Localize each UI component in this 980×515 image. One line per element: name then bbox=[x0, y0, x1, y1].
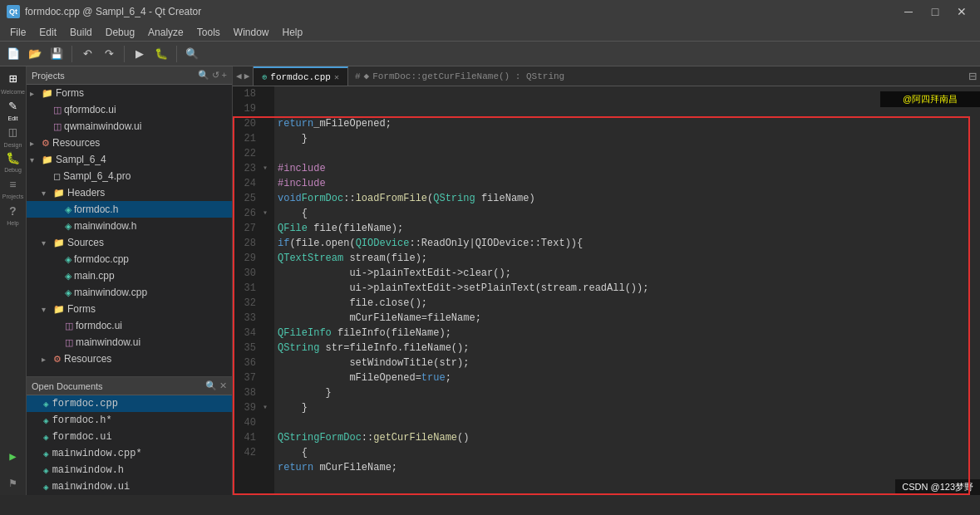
fold-arrow bbox=[263, 370, 274, 385]
tree-item[interactable]: ◫ qformdoc.ui bbox=[27, 101, 232, 118]
menu-tools[interactable]: Tools bbox=[190, 23, 227, 42]
tree-item[interactable]: ◻ Sampl_6_4.pro bbox=[27, 168, 232, 184]
tab-bar: ◀ ▶ ⊕ formdoc.cpp ✕ # ◆ FormDoc::getCurF… bbox=[233, 66, 980, 86]
code-line: #include bbox=[278, 161, 980, 176]
toolbar-new[interactable]: 📄 bbox=[3, 45, 23, 63]
code-line: QFile file(fileName); bbox=[278, 221, 980, 236]
toolbar-open[interactable]: 📂 bbox=[25, 45, 45, 63]
sidebar-projects[interactable]: ≡ Projects bbox=[1, 176, 26, 201]
tree-item[interactable]: ◫ formdoc.ui bbox=[27, 317, 232, 334]
fold-arrow bbox=[263, 146, 274, 161]
fold-arrow bbox=[263, 131, 274, 146]
minimize-button[interactable]: ─ bbox=[897, 3, 920, 20]
fold-arrows: ▾▾▾ bbox=[263, 86, 274, 495]
open-doc-item[interactable]: ◈formdoc.cpp bbox=[27, 395, 232, 412]
sidebar-run[interactable]: ▶ bbox=[1, 444, 26, 468]
docs-filter-icon[interactable]: 🔍 bbox=[205, 380, 217, 391]
code-line: QString FormDoc::getCurFileName() bbox=[278, 430, 980, 445]
tree-item[interactable]: ▾ 📁 Sources bbox=[27, 234, 232, 251]
code-line: QString str=fileInfo.fileName(); bbox=[278, 341, 980, 356]
toolbar-debug[interactable]: 🐛 bbox=[151, 45, 171, 63]
sidebar-flag[interactable]: ⚑ bbox=[1, 470, 26, 495]
tree-item[interactable]: ◈ formdoc.cpp bbox=[27, 251, 232, 267]
tree-sync-icon[interactable]: ↺ bbox=[212, 70, 219, 81]
fold-arrow[interactable]: ▾ bbox=[263, 400, 274, 415]
main-layout: ⊞ Welcome ✎ Edit ◫ Design 🐛 Debug ≡ Proj… bbox=[0, 66, 980, 495]
code-line: setWindowTitle(str); bbox=[278, 356, 980, 370]
breadcrumb-hash: # bbox=[355, 71, 361, 81]
menu-help[interactable]: Help bbox=[276, 23, 310, 42]
fold-arrow[interactable]: ▾ bbox=[263, 161, 274, 176]
title-bar: Qt formdoc.cpp @ Sampl_6_4 - Qt Creator … bbox=[0, 0, 980, 23]
tree-item[interactable]: ▾ 📁 Sampl_6_4 bbox=[27, 151, 232, 168]
tree-filter-icon[interactable]: 🔍 bbox=[198, 70, 209, 81]
tree-item[interactable]: ▾ 📁 Forms bbox=[27, 301, 232, 317]
sidebar-design[interactable]: ◫ Design bbox=[1, 123, 26, 148]
code-line: { bbox=[278, 445, 980, 460]
menu-analyze[interactable]: Analyze bbox=[141, 23, 190, 42]
tree-item[interactable]: ◫ qwmainwindow.ui bbox=[27, 118, 232, 135]
tab-nav-prev[interactable]: ◀ bbox=[236, 71, 242, 81]
open-doc-item[interactable]: ◈formdoc.ui bbox=[27, 429, 232, 445]
tree-add-icon[interactable]: + bbox=[222, 70, 227, 81]
toolbar-undo[interactable]: ↶ bbox=[77, 45, 97, 63]
menu-build[interactable]: Build bbox=[63, 23, 99, 42]
menu-window[interactable]: Window bbox=[227, 23, 276, 42]
sidebar-edit[interactable]: ✎ Edit bbox=[1, 96, 26, 121]
tree-item[interactable]: ▸ ⚙ Resources bbox=[27, 351, 232, 367]
fold-arrow bbox=[263, 356, 274, 370]
toolbar: 📄 📂 💾 ↶ ↷ ▶ 🐛 🔍 bbox=[0, 42, 980, 66]
menu-file[interactable]: File bbox=[3, 23, 32, 42]
code-line: { bbox=[278, 206, 980, 221]
tab-formdoc-cpp[interactable]: ⊕ formdoc.cpp ✕ bbox=[254, 66, 348, 86]
tree-item[interactable]: ▸ ⚙ Resources bbox=[27, 135, 232, 151]
open-doc-item[interactable]: ◈formdoc.h* bbox=[27, 412, 232, 429]
menu-edit[interactable]: Edit bbox=[32, 23, 63, 42]
code-line: mFileOpened=true; bbox=[278, 370, 980, 385]
window-controls: ─ □ ✕ bbox=[897, 3, 973, 20]
code-line: QTextStream stream(file); bbox=[278, 251, 980, 266]
app-icon: Qt bbox=[7, 5, 20, 18]
maximize-button[interactable]: □ bbox=[923, 3, 947, 20]
toolbar-build[interactable]: ▶ bbox=[130, 45, 150, 63]
tree-item[interactable]: ◈ mainwindow.cpp bbox=[27, 284, 232, 301]
fold-arrow[interactable]: ▾ bbox=[263, 206, 274, 221]
docs-close-icon[interactable]: ✕ bbox=[219, 380, 227, 391]
tree-item[interactable]: ◈ formdoc.h bbox=[27, 201, 232, 218]
projects-header: Projects 🔍 ↺ + bbox=[27, 66, 232, 85]
tab-nav-next[interactable]: ▶ bbox=[244, 71, 250, 81]
fold-arrow bbox=[263, 236, 274, 251]
file-tree-body: ▸ 📁 Forms ◫ qformdoc.ui ◫ qwmainwindow.u… bbox=[27, 85, 232, 376]
menu-bar: File Edit Build Debug Analyze Tools Wind… bbox=[0, 23, 980, 42]
tree-item[interactable]: ◈ main.cpp bbox=[27, 267, 232, 284]
menu-debug[interactable]: Debug bbox=[99, 23, 141, 42]
sidebar-help[interactable]: ? Help bbox=[1, 203, 26, 228]
fold-arrow bbox=[263, 326, 274, 341]
tab-close-icon[interactable]: ✕ bbox=[334, 72, 339, 82]
fold-arrow bbox=[263, 191, 274, 206]
tree-item[interactable]: ◫ mainwindow.ui bbox=[27, 334, 232, 351]
fold-arrow bbox=[263, 296, 274, 311]
breadcrumb-icon: ◆ bbox=[364, 71, 370, 81]
tree-item[interactable]: ▾ 📁 Headers bbox=[27, 184, 232, 201]
code-line: if(file.open(QIODevice::ReadOnly|QIODevi… bbox=[278, 236, 980, 251]
sidebar-welcome[interactable]: ⊞ Welcome bbox=[1, 70, 26, 95]
tree-item[interactable]: ◈ mainwindow.h bbox=[27, 218, 232, 234]
toolbar-save[interactable]: 💾 bbox=[47, 45, 66, 63]
code-line: ui->plainTextEdit->clear(); bbox=[278, 266, 980, 281]
fold-arrow bbox=[263, 415, 274, 430]
fold-arrow bbox=[263, 86, 274, 101]
close-button[interactable]: ✕ bbox=[950, 3, 973, 20]
toolbar-filter[interactable]: 🔍 bbox=[182, 45, 202, 63]
tree-item[interactable]: ▸ 📁 Forms bbox=[27, 85, 232, 101]
open-doc-item[interactable]: ◈mainwindow.ui bbox=[27, 478, 232, 495]
code-line: return_mFileOpened; bbox=[278, 116, 980, 131]
open-docs-header: Open Documents 🔍 ✕ bbox=[27, 377, 232, 395]
tab-label: formdoc.cpp bbox=[270, 72, 331, 82]
split-editor-icon[interactable]: ⊟ bbox=[968, 68, 977, 85]
open-doc-item[interactable]: ◈mainwindow.h bbox=[27, 462, 232, 478]
code-scroll[interactable]: 1819202122232425262728293031323334353637… bbox=[233, 86, 980, 495]
open-doc-item[interactable]: ◈mainwindow.cpp* bbox=[27, 445, 232, 462]
sidebar-debug[interactable]: 🐛 Debug bbox=[1, 150, 26, 174]
toolbar-redo[interactable]: ↷ bbox=[99, 45, 119, 63]
